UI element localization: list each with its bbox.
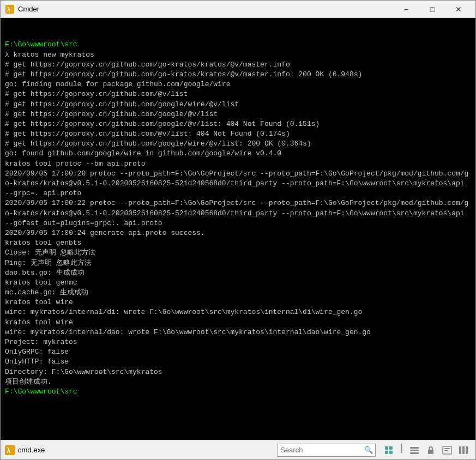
terminal-line: # get https://goproxy.cn/github.com/goog… xyxy=(5,110,471,119)
terminal-line: kratos tool wire xyxy=(5,298,471,307)
terminal-line: 项目创建成功. xyxy=(5,377,471,387)
terminal-line: # get https://goproxy.cn/github.com/goog… xyxy=(5,100,471,110)
terminal-line: # get https://goproxy.cn/github.com/go-k… xyxy=(5,60,471,70)
svg-rect-6 xyxy=(385,451,388,454)
svg-rect-9 xyxy=(410,450,419,451)
terminal-line: kratos tool protoc --bm api.proto xyxy=(5,159,471,169)
svg-rect-14 xyxy=(444,450,448,451)
terminal-line: # get https://goproxy.cn/github.com/@v/l… xyxy=(5,89,471,99)
terminal-line: OnlyGRPC: false xyxy=(5,347,471,357)
window-title: Cmder xyxy=(18,5,390,13)
statusbar-actions: | xyxy=(381,443,471,458)
search-input[interactable] xyxy=(280,446,362,454)
window-icon: λ xyxy=(5,4,15,14)
terminal-line: wire: mykratos/internal/di: wrote F:\Go\… xyxy=(5,307,471,317)
terminal-line: wire: mykratos/internal/dao: wrote F:\Go… xyxy=(5,328,471,337)
cmder-window: λ Cmder − □ ✕ F:\Go\wwwroot\srcλ kratos … xyxy=(0,0,476,460)
terminal-line: # get https://goproxy.cn/github.com/goog… xyxy=(5,139,471,149)
statusbar-icon: λ xyxy=(5,445,15,455)
terminal-line: kratos tool wire xyxy=(5,318,471,328)
search-icon: 🔍 xyxy=(364,446,373,455)
status-bar: λ cmd.exe 🔍 | xyxy=(1,440,475,459)
terminal-line: OnlyHTTP: false xyxy=(5,357,471,367)
svg-rect-5 xyxy=(389,446,393,450)
terminal-output[interactable]: F:\Go\wwwroot\srcλ kratos new mykratos# … xyxy=(1,18,475,440)
terminal-line: # get https://goproxy.cn/github.com/go-k… xyxy=(5,70,471,80)
action-btn-3[interactable] xyxy=(423,443,438,458)
action-btn-1[interactable] xyxy=(381,443,396,458)
terminal-line: λ kratos new mykratos xyxy=(5,50,471,60)
terminal-line: Directory: F:\Go\wwwroot\src\mykratos xyxy=(5,367,471,377)
terminal-line: F:\Go\wwwroot\src xyxy=(5,387,471,397)
action-btn-4[interactable] xyxy=(439,443,455,458)
statusbar-title: cmd.exe xyxy=(18,446,45,454)
terminal-line: kratos tool genmc xyxy=(5,278,471,288)
terminal-line: # get https://goproxy.cn/github.com/@v/l… xyxy=(5,129,471,139)
svg-rect-4 xyxy=(385,446,388,450)
terminal-line: go: finding module for package github.co… xyxy=(5,80,471,89)
terminal-line: Project: mykratos xyxy=(5,337,471,347)
svg-rect-13 xyxy=(444,448,450,449)
svg-rect-10 xyxy=(410,452,419,454)
svg-text:λ: λ xyxy=(7,6,10,13)
action-btn-5[interactable] xyxy=(456,443,471,458)
terminal-line: 2020/09/05 17:00:22 protoc --proto_path=… xyxy=(5,198,471,228)
action-btn-2[interactable] xyxy=(407,443,422,458)
svg-rect-11 xyxy=(428,450,433,454)
search-box: 🔍 xyxy=(278,444,376,457)
search-area: 🔍 xyxy=(278,444,376,457)
svg-rect-15 xyxy=(459,446,461,454)
svg-rect-16 xyxy=(462,446,465,454)
terminal-line: dao.bts.go: 生成成功 xyxy=(5,268,471,278)
svg-rect-7 xyxy=(389,451,393,454)
maximize-button[interactable]: □ xyxy=(420,2,445,17)
close-button[interactable]: ✕ xyxy=(446,2,471,17)
terminal-line: mc.cache.go: 生成成功 xyxy=(5,288,471,298)
separator-1: | xyxy=(399,443,405,458)
svg-text:λ: λ xyxy=(7,446,10,454)
svg-rect-8 xyxy=(410,447,419,449)
minimize-button[interactable]: − xyxy=(394,2,419,17)
svg-rect-17 xyxy=(466,446,468,454)
terminal-line: Ping: 无声明 忽略此方法 xyxy=(5,258,471,268)
terminal-line: # get https://goproxy.cn/github.com/goog… xyxy=(5,119,471,129)
terminal-line: 2020/09/05 17:00:24 generate api.proto s… xyxy=(5,228,471,238)
window-controls: − □ ✕ xyxy=(394,2,471,17)
terminal-line: go: found github.com/google/wire in gith… xyxy=(5,149,471,159)
terminal-line: Close: 无声明 忽略此方法 xyxy=(5,248,471,258)
title-bar: λ Cmder − □ ✕ xyxy=(1,1,475,18)
terminal-line: F:\Go\wwwroot\src xyxy=(5,40,471,50)
terminal-line: kratos tool genbts xyxy=(5,238,471,248)
terminal-line: 2020/09/05 17:00:20 protoc --proto_path=… xyxy=(5,169,471,199)
